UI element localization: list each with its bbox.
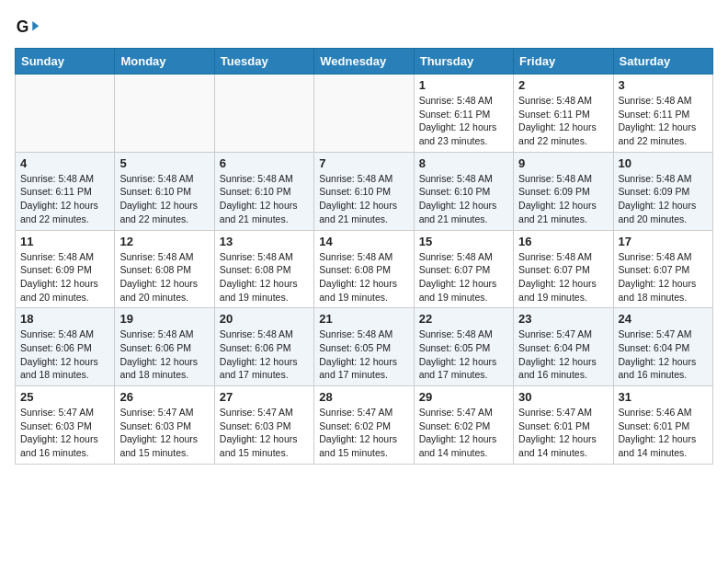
date-number: 11	[20, 235, 109, 248]
day-header-thursday: Thursday	[414, 49, 513, 75]
calendar-cell-empty	[115, 75, 214, 153]
cell-info: Sunrise: 5:46 AMSunset: 6:01 PMDaylight:…	[619, 406, 708, 460]
date-number: 12	[119, 235, 209, 248]
date-number: 10	[619, 156, 708, 170]
cell-info: Sunrise: 5:48 AMSunset: 6:11 PMDaylight:…	[518, 94, 608, 148]
date-number: 23	[518, 312, 608, 326]
date-number: 3	[619, 78, 708, 92]
date-number: 25	[20, 390, 109, 404]
calendar-cell-empty	[314, 75, 414, 153]
cell-info: Sunrise: 5:48 AMSunset: 6:08 PMDaylight:…	[220, 250, 309, 304]
date-number: 9	[518, 156, 608, 170]
calendar-cell-13: 13Sunrise: 5:48 AMSunset: 6:08 PMDayligh…	[214, 230, 313, 308]
calendar-cell-21: 21Sunrise: 5:48 AMSunset: 6:05 PMDayligh…	[314, 308, 414, 386]
cell-info: Sunrise: 5:48 AMSunset: 6:10 PMDaylight:…	[319, 172, 408, 226]
cell-info: Sunrise: 5:48 AMSunset: 6:09 PMDaylight:…	[619, 172, 708, 226]
logo: G	[15, 15, 44, 40]
date-number: 6	[220, 156, 309, 170]
date-number: 2	[518, 78, 608, 92]
cell-info: Sunrise: 5:47 AMSunset: 6:03 PMDaylight:…	[220, 406, 309, 460]
calendar-cell-8: 8Sunrise: 5:48 AMSunset: 6:10 PMDaylight…	[414, 152, 513, 230]
cell-info: Sunrise: 5:47 AMSunset: 6:04 PMDaylight:…	[518, 327, 608, 382]
calendar-table: SundayMondayTuesdayWednesdayThursdayFrid…	[15, 48, 713, 465]
date-number: 15	[419, 235, 508, 248]
date-number: 28	[319, 390, 408, 404]
cell-info: Sunrise: 5:48 AMSunset: 6:08 PMDaylight:…	[319, 250, 408, 304]
calendar-cell-1: 1Sunrise: 5:48 AMSunset: 6:11 PMDaylight…	[414, 75, 513, 153]
date-number: 31	[619, 390, 708, 404]
cell-info: Sunrise: 5:47 AMSunset: 6:01 PMDaylight:…	[518, 406, 608, 460]
date-number: 13	[220, 235, 309, 248]
calendar-cell-12: 12Sunrise: 5:48 AMSunset: 6:08 PMDayligh…	[115, 230, 214, 308]
calendar-cell-29: 29Sunrise: 5:47 AMSunset: 6:02 PMDayligh…	[414, 386, 513, 465]
date-number: 27	[220, 390, 309, 404]
calendar-cell-18: 18Sunrise: 5:48 AMSunset: 6:06 PMDayligh…	[16, 308, 115, 386]
cell-info: Sunrise: 5:48 AMSunset: 6:11 PMDaylight:…	[619, 94, 708, 148]
cell-info: Sunrise: 5:48 AMSunset: 6:10 PMDaylight:…	[220, 172, 309, 226]
cell-info: Sunrise: 5:47 AMSunset: 6:03 PMDaylight:…	[20, 406, 109, 460]
cell-info: Sunrise: 5:48 AMSunset: 6:07 PMDaylight:…	[518, 250, 608, 304]
date-number: 20	[220, 312, 309, 326]
cell-info: Sunrise: 5:48 AMSunset: 6:05 PMDaylight:…	[419, 327, 508, 382]
date-number: 18	[20, 312, 109, 326]
date-number: 24	[619, 312, 708, 326]
date-number: 16	[518, 235, 608, 248]
cell-info: Sunrise: 5:48 AMSunset: 6:09 PMDaylight:…	[518, 172, 608, 226]
page-header: G	[15, 15, 713, 40]
day-header-saturday: Saturday	[613, 49, 712, 75]
cell-info: Sunrise: 5:48 AMSunset: 6:10 PMDaylight:…	[119, 172, 209, 226]
cell-info: Sunrise: 5:47 AMSunset: 6:02 PMDaylight:…	[319, 406, 408, 460]
calendar-cell-22: 22Sunrise: 5:48 AMSunset: 6:05 PMDayligh…	[414, 308, 513, 386]
calendar-cell-9: 9Sunrise: 5:48 AMSunset: 6:09 PMDaylight…	[514, 152, 613, 230]
day-header-friday: Friday	[514, 49, 613, 75]
cell-info: Sunrise: 5:48 AMSunset: 6:10 PMDaylight:…	[419, 172, 508, 226]
calendar-cell-30: 30Sunrise: 5:47 AMSunset: 6:01 PMDayligh…	[514, 386, 613, 465]
date-number: 14	[319, 235, 408, 248]
cell-info: Sunrise: 5:48 AMSunset: 6:08 PMDaylight:…	[119, 250, 209, 304]
day-header-tuesday: Tuesday	[214, 49, 313, 75]
date-number: 19	[119, 312, 209, 326]
calendar-cell-28: 28Sunrise: 5:47 AMSunset: 6:02 PMDayligh…	[314, 386, 414, 465]
calendar-cell-23: 23Sunrise: 5:47 AMSunset: 6:04 PMDayligh…	[514, 308, 613, 386]
calendar-cell-4: 4Sunrise: 5:48 AMSunset: 6:11 PMDaylight…	[16, 152, 115, 230]
calendar-cell-6: 6Sunrise: 5:48 AMSunset: 6:10 PMDaylight…	[214, 152, 313, 230]
date-number: 26	[119, 390, 209, 404]
cell-info: Sunrise: 5:48 AMSunset: 6:09 PMDaylight:…	[20, 250, 109, 304]
calendar-cell-empty	[214, 75, 313, 153]
calendar-cell-7: 7Sunrise: 5:48 AMSunset: 6:10 PMDaylight…	[314, 152, 414, 230]
day-header-wednesday: Wednesday	[314, 49, 414, 75]
cell-info: Sunrise: 5:48 AMSunset: 6:11 PMDaylight:…	[20, 172, 109, 226]
date-number: 21	[319, 312, 408, 326]
calendar-cell-17: 17Sunrise: 5:48 AMSunset: 6:07 PMDayligh…	[613, 230, 712, 308]
cell-info: Sunrise: 5:48 AMSunset: 6:07 PMDaylight:…	[419, 250, 508, 304]
calendar-cell-27: 27Sunrise: 5:47 AMSunset: 6:03 PMDayligh…	[214, 386, 313, 465]
cell-info: Sunrise: 5:47 AMSunset: 6:02 PMDaylight:…	[419, 406, 508, 460]
date-number: 7	[319, 156, 408, 170]
calendar-cell-31: 31Sunrise: 5:46 AMSunset: 6:01 PMDayligh…	[613, 386, 712, 465]
cell-info: Sunrise: 5:48 AMSunset: 6:06 PMDaylight:…	[20, 327, 109, 382]
cell-info: Sunrise: 5:48 AMSunset: 6:06 PMDaylight:…	[220, 327, 309, 382]
logo-icon: G	[15, 15, 40, 40]
svg-marker-1	[32, 21, 39, 31]
date-number: 8	[419, 156, 508, 170]
calendar-cell-empty	[16, 75, 115, 153]
cell-info: Sunrise: 5:47 AMSunset: 6:03 PMDaylight:…	[119, 406, 209, 460]
calendar-cell-26: 26Sunrise: 5:47 AMSunset: 6:03 PMDayligh…	[115, 386, 214, 465]
date-number: 29	[419, 390, 508, 404]
calendar-cell-25: 25Sunrise: 5:47 AMSunset: 6:03 PMDayligh…	[16, 386, 115, 465]
cell-info: Sunrise: 5:48 AMSunset: 6:07 PMDaylight:…	[619, 250, 708, 304]
cell-info: Sunrise: 5:47 AMSunset: 6:04 PMDaylight:…	[619, 327, 708, 382]
cell-info: Sunrise: 5:48 AMSunset: 6:05 PMDaylight:…	[319, 327, 408, 382]
date-number: 17	[619, 235, 708, 248]
date-number: 4	[20, 156, 109, 170]
calendar-cell-24: 24Sunrise: 5:47 AMSunset: 6:04 PMDayligh…	[613, 308, 712, 386]
calendar-cell-14: 14Sunrise: 5:48 AMSunset: 6:08 PMDayligh…	[314, 230, 414, 308]
day-header-monday: Monday	[115, 49, 214, 75]
calendar-cell-15: 15Sunrise: 5:48 AMSunset: 6:07 PMDayligh…	[414, 230, 513, 308]
cell-info: Sunrise: 5:48 AMSunset: 6:11 PMDaylight:…	[419, 94, 508, 148]
calendar-cell-3: 3Sunrise: 5:48 AMSunset: 6:11 PMDaylight…	[613, 75, 712, 153]
calendar-cell-5: 5Sunrise: 5:48 AMSunset: 6:10 PMDaylight…	[115, 152, 214, 230]
date-number: 5	[119, 156, 209, 170]
calendar-cell-11: 11Sunrise: 5:48 AMSunset: 6:09 PMDayligh…	[16, 230, 115, 308]
cell-info: Sunrise: 5:48 AMSunset: 6:06 PMDaylight:…	[119, 327, 209, 382]
